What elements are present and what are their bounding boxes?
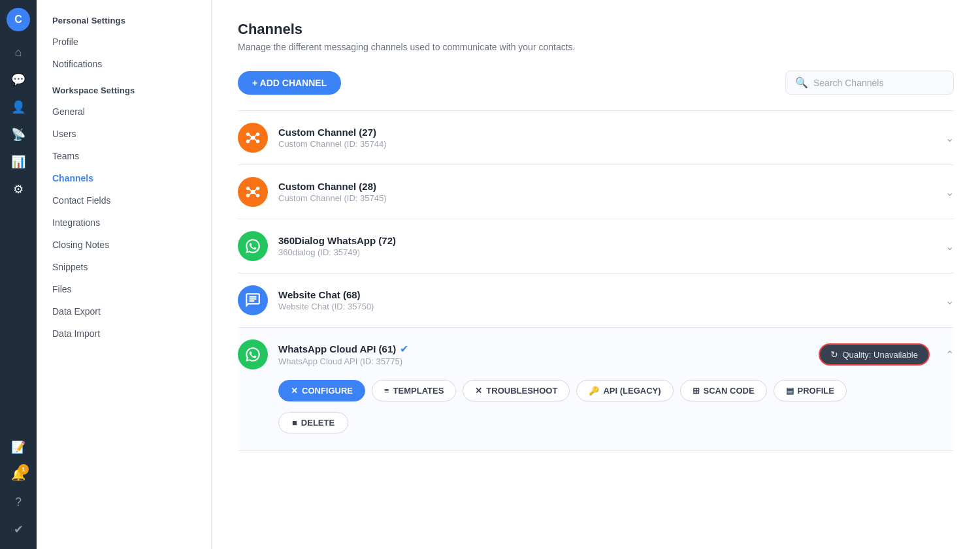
sidebar-item-closing-notes[interactable]: Closing Notes [37, 234, 211, 256]
workspace-settings-title: Workspace Settings [37, 75, 211, 101]
delete-row: ■ DELETE [238, 407, 954, 439]
search-input[interactable] [813, 78, 944, 88]
main-content: Channels Manage the different messaging … [212, 0, 980, 549]
nav-icon-contacts[interactable]: 👤 [7, 95, 30, 119]
sidebar-item-teams[interactable]: Teams [37, 145, 211, 167]
sidebar-item-profile[interactable]: Profile [37, 31, 211, 53]
channel-sub-4: Website Chat (ID: 35750) [278, 302, 938, 311]
channel-icon-5 [238, 339, 268, 369]
svg-line-6 [254, 135, 256, 137]
page-title: Channels [238, 21, 954, 38]
channel-row-3[interactable]: 360Dialog WhatsApp (72) 360dialog (ID: 3… [238, 219, 954, 274]
channel-sub-2: Custom Channel (ID: 35745) [278, 193, 938, 203]
channel-row-4[interactable]: Website Chat (68) Website Chat (ID: 3575… [238, 274, 954, 328]
personal-settings-title: Personal Settings [37, 13, 211, 31]
delete-button[interactable]: ■ DELETE [278, 412, 348, 433]
channel-row-top-5: WhatsApp Cloud API (61) ✔ WhatsApp Cloud… [238, 339, 954, 369]
nav-icon-notifications[interactable]: 🔔 1 [7, 463, 30, 486]
channel-sub-1: Custom Channel (ID: 35744) [278, 139, 938, 149]
verified-icon: ✔ [400, 343, 408, 355]
svg-line-14 [250, 189, 252, 191]
channel-list: Custom Channel (27) Custom Channel (ID: … [238, 110, 954, 451]
quality-label: Quality: Unavailable [842, 350, 918, 360]
chevron-up-icon-5[interactable]: ⌃ [945, 349, 954, 361]
channel-icon-2 [238, 177, 268, 207]
channel-name-4: Website Chat (68) [278, 289, 938, 300]
chevron-down-icon-4: ⌄ [945, 294, 954, 307]
channel-name-5: WhatsApp Cloud API (61) [278, 343, 396, 354]
nav-icon-checkmark[interactable]: ✔ [7, 518, 30, 541]
nav-icon-reports[interactable]: 📊 [7, 150, 30, 174]
scan-code-button[interactable]: ⊞ SCAN CODE [680, 380, 767, 401]
svg-line-16 [250, 193, 252, 195]
app-avatar[interactable]: C [7, 8, 30, 31]
page-subtitle: Manage the different messaging channels … [238, 42, 954, 52]
nav-icon-home[interactable]: ⌂ [7, 40, 30, 64]
api-icon: 🔑 [589, 386, 599, 396]
channel-sub-3: 360dialog (ID: 35749) [278, 247, 938, 257]
configure-button[interactable]: ✕ CONFIGURE [278, 380, 365, 401]
svg-line-8 [254, 138, 256, 140]
sidebar-item-users[interactable]: Users [37, 123, 211, 145]
channel-name-row-5: WhatsApp Cloud API (61) ✔ [278, 343, 549, 355]
sidebar-item-data-export[interactable]: Data Export [37, 300, 211, 322]
sidebar-item-integrations[interactable]: Integrations [37, 212, 211, 234]
channel-icon-3 [238, 231, 268, 261]
sidebar: Personal Settings Profile Notifications … [37, 0, 212, 549]
configure-icon: ✕ [291, 386, 298, 396]
nav-icon-help[interactable]: ? [7, 490, 30, 514]
channel-info-2: Custom Channel (28) Custom Channel (ID: … [278, 181, 938, 203]
sidebar-item-data-import[interactable]: Data Import [37, 322, 211, 345]
api-legacy-button[interactable]: 🔑 API (LEGACY) [576, 380, 673, 401]
profile-button[interactable]: ▤ PROFILE [774, 380, 847, 401]
add-channel-button[interactable]: + ADD CHANNEL [238, 71, 341, 95]
channel-name-3: 360Dialog WhatsApp (72) [278, 235, 938, 246]
nav-icon-notes[interactable]: 📝 [7, 435, 30, 459]
nav-icon-settings[interactable]: ⚙ [7, 178, 30, 201]
chevron-down-icon-2: ⌄ [945, 186, 954, 198]
channel-info-1: Custom Channel (27) Custom Channel (ID: … [278, 127, 938, 149]
channel-row-5: WhatsApp Cloud API (61) ✔ WhatsApp Cloud… [238, 328, 954, 451]
troubleshoot-icon: ✕ [475, 386, 482, 396]
sidebar-item-channels[interactable]: Channels [37, 167, 211, 189]
sidebar-item-notifications[interactable]: Notifications [37, 53, 211, 75]
channel-row-1[interactable]: Custom Channel (27) Custom Channel (ID: … [238, 111, 954, 165]
svg-line-7 [250, 138, 252, 140]
quality-badge: ↻ Quality: Unavailable [819, 343, 930, 366]
chevron-down-icon-3: ⌄ [945, 240, 954, 253]
sidebar-item-files[interactable]: Files [37, 278, 211, 300]
sidebar-item-contact-fields[interactable]: Contact Fields [37, 189, 211, 212]
svg-line-5 [250, 135, 252, 137]
channel-info-4: Website Chat (68) Website Chat (ID: 3575… [278, 289, 938, 311]
search-box: 🔍 [785, 71, 954, 95]
search-icon: 🔍 [795, 76, 808, 89]
channel-icon-1 [238, 123, 268, 153]
channel-info-3: 360Dialog WhatsApp (72) 360dialog (ID: 3… [278, 235, 938, 257]
svg-line-17 [254, 193, 256, 195]
notification-badge: 1 [18, 464, 29, 475]
channel-actions-5: ✕ CONFIGURE ≡ TEMPLATES ✕ TROUBLESHOOT 🔑… [238, 369, 954, 407]
scan-icon: ⊞ [693, 386, 700, 396]
nav-icon-chat[interactable]: 💬 [7, 68, 30, 91]
templates-icon: ≡ [384, 386, 389, 396]
delete-icon: ■ [292, 418, 297, 428]
chevron-down-icon-1: ⌄ [945, 132, 954, 144]
channel-icon-4 [238, 285, 268, 315]
toolbar: + ADD CHANNEL 🔍 [238, 71, 954, 95]
refresh-icon: ↻ [830, 349, 838, 360]
nav-icon-broadcast[interactable]: 📡 [7, 123, 30, 146]
sidebar-item-snippets[interactable]: Snippets [37, 256, 211, 278]
sidebar-item-general[interactable]: General [37, 101, 211, 123]
troubleshoot-button[interactable]: ✕ TROUBLESHOOT [463, 380, 570, 401]
templates-button[interactable]: ≡ TEMPLATES [372, 380, 456, 401]
channel-info-5: WhatsApp Cloud API (61) ✔ WhatsApp Cloud… [278, 343, 549, 366]
icon-bar: C ⌂ 💬 👤 📡 📊 ⚙ 📝 🔔 1 ? ✔ [0, 0, 37, 549]
channel-sub-5: WhatsApp Cloud API (ID: 35775) [278, 356, 549, 366]
profile-icon: ▤ [786, 386, 794, 396]
channel-name-2: Custom Channel (28) [278, 181, 938, 192]
channel-name-1: Custom Channel (27) [278, 127, 938, 138]
channel-row-2[interactable]: Custom Channel (28) Custom Channel (ID: … [238, 165, 954, 219]
svg-line-15 [254, 189, 256, 191]
